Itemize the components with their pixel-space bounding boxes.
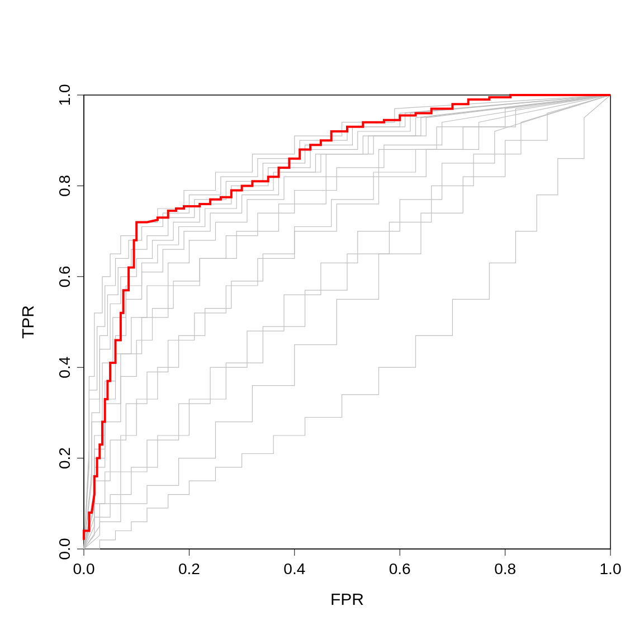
x-tick-label: 0.4 [283,560,305,577]
y-tick-label: 0.6 [56,266,73,287]
roc-line-gray-2 [84,95,610,549]
roc-line-gray-5 [84,95,610,549]
roc-line-gray-low-1 [84,95,610,549]
roc-line-gray-1 [84,95,610,549]
y-axis-label: TPR [18,305,37,339]
y-tick-label: 0.4 [56,357,73,378]
roc-lines [84,95,610,549]
roc-line-gray-low-2 [84,95,610,549]
y-axis: 0.00.20.40.60.81.0 [56,84,84,560]
x-tick-label: 1.0 [600,560,622,577]
x-tick-label: 0.6 [389,560,411,577]
roc-line-gray-7 [84,95,610,549]
roc-line-gray-near-main-2 [84,95,610,549]
roc-line-gray-9 [84,95,610,549]
plot-box [84,95,610,549]
x-axis-label: FPR [330,590,364,608]
roc-line-gray-near-main-1 [84,95,610,549]
roc-chart: 0.00.20.40.60.81.0 0.00.20.40.60.81.0 FP… [0,0,644,644]
y-tick-label: 0.8 [56,175,73,197]
roc-chart-svg: 0.00.20.40.60.81.0 0.00.20.40.60.81.0 FP… [0,0,644,644]
x-tick-label: 0.2 [178,560,200,577]
roc-line-gray-10 [84,95,610,549]
x-axis: 0.00.20.40.60.81.0 [73,549,622,577]
y-tick-label: 0.2 [56,447,73,469]
roc-line-gray-8 [84,95,610,549]
roc-line-gray-3 [84,95,610,549]
roc-line-gray-4 [84,95,610,549]
y-tick-label: 1.0 [56,84,73,106]
roc-line-gray-below-red [84,95,610,549]
x-tick-label: 0.8 [494,560,516,577]
roc-line-gray-6 [84,95,610,549]
y-tick-label: 0.0 [56,538,73,560]
x-tick-label: 0.0 [73,560,95,577]
